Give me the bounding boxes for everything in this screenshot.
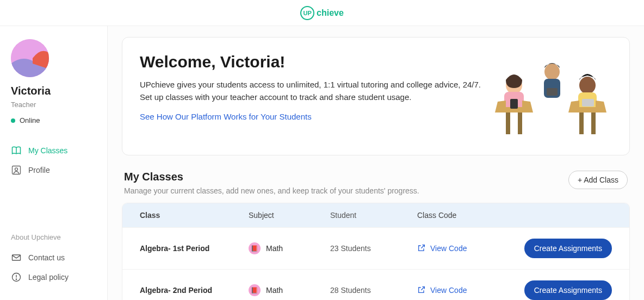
svg-point-3 [15,168,18,171]
table-row: Algebra- 2nd Period 📕 Math 28 Students V… [122,269,629,300]
welcome-title: Welcome, Victoria! [140,53,481,71]
table-row: Algebra- 1st Period 📕 Math 23 Students V… [122,227,629,269]
student-count: 23 Students [330,244,417,253]
subject-icon: 📕 [249,242,261,254]
svg-rect-2 [13,166,21,174]
subject-label: Math [266,244,283,253]
create-assignments-button[interactable]: Create Assignments [524,280,612,300]
welcome-link[interactable]: See How Our Platform Works for Your Stud… [140,112,312,121]
subject-label: Math [266,286,283,295]
svg-rect-20 [582,99,594,107]
top-bar: UP chieve [0,0,644,26]
create-assignments-button[interactable]: Create Assignments [524,239,612,258]
sidebar-item-my-classes[interactable]: My Classes [11,141,96,160]
student-count: 28 Students [330,286,417,295]
sidebar-item-legal[interactable]: Legal policy [11,267,96,287]
table-header: Class Subject Student Class Code [122,203,629,227]
svg-rect-15 [547,88,558,96]
sidebar-item-label: Contact us [28,253,65,262]
classes-table: Class Subject Student Class Code Algebra… [122,203,630,300]
logo-text: chieve [317,8,344,18]
status-text: Online [20,116,40,124]
sidebar-item-contact[interactable]: Contact us [11,248,96,267]
logo[interactable]: UP chieve [300,6,344,20]
about-heading: About Upchieve [11,233,96,241]
col-header-subject: Subject [249,211,330,220]
status: Online [11,116,96,124]
status-dot-icon [11,118,15,123]
sidebar-item-profile[interactable]: Profile [11,160,96,180]
svg-point-7 [16,279,16,279]
subject-icon: 📕 [249,284,261,296]
welcome-card: Welcome, Victoria! UPchieve gives your s… [122,37,630,155]
svg-rect-12 [510,99,518,109]
mail-icon [11,252,22,263]
class-name: Algebra- 2nd Period [140,286,249,295]
classes-subtitle: Manage your current classes, add new one… [124,186,419,195]
user-role: Teacher [11,101,96,109]
classes-section-head: My Classes Manage your current classes, … [122,171,630,195]
col-header-code: Class Code [417,211,515,220]
sidebar-item-label: My Classes [28,146,67,155]
view-code-label: View Code [430,244,467,253]
col-header-student: Student [330,211,417,220]
avatar[interactable] [11,39,49,77]
external-link-icon [417,285,426,296]
svg-point-16 [579,77,596,94]
sidebar-item-label: Profile [28,166,50,174]
sidebar: Victoria Teacher Online My Classes Profi… [0,26,108,300]
add-class-button[interactable]: + Add Class [568,171,628,189]
svg-rect-11 [518,112,522,134]
view-code-link[interactable]: View Code [417,243,515,254]
welcome-illustration [492,53,612,140]
svg-rect-10 [506,112,510,134]
view-code-label: View Code [430,286,467,295]
view-code-link[interactable]: View Code [417,285,515,296]
svg-point-13 [544,64,560,80]
svg-rect-18 [579,112,584,134]
class-name: Algebra- 1st Period [140,244,249,253]
sidebar-item-label: Legal policy [28,273,69,282]
svg-rect-19 [591,112,596,134]
info-icon [11,272,22,283]
welcome-desc: UPchieve gives your students access to u… [140,79,481,103]
book-icon [11,145,22,156]
profile-icon [11,165,22,176]
user-name: Victoria [11,85,96,97]
classes-title: My Classes [124,171,419,183]
svg-rect-4 [13,255,21,260]
logo-badge: UP [300,6,314,20]
external-link-icon [417,243,426,254]
col-header-class: Class [140,211,249,220]
main-content: Welcome, Victoria! UPchieve gives your s… [108,26,644,300]
